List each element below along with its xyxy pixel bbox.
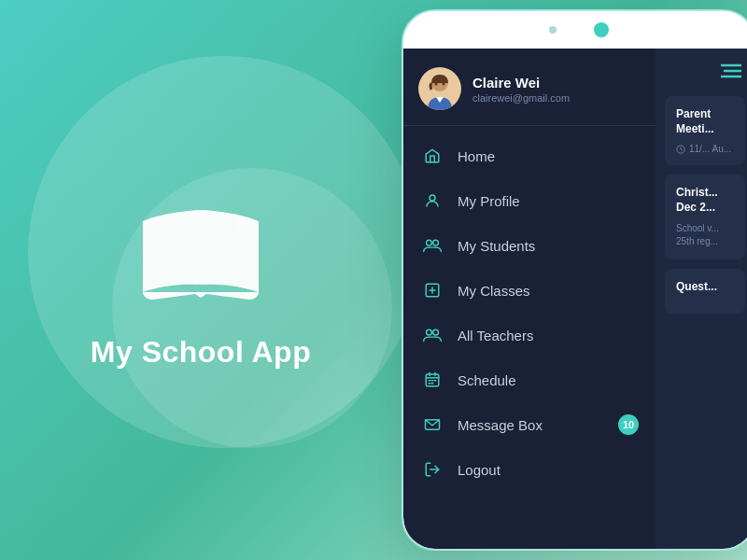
- event-card-3: Quest...: [665, 269, 745, 314]
- event-card-1: ParentMeeti... 11/... Au...: [665, 96, 745, 165]
- nav-item-message-box[interactable]: Message Box 10: [403, 402, 655, 447]
- app-title: My School App: [91, 335, 311, 370]
- envelope-icon: [422, 414, 443, 435]
- svg-rect-0: [198, 210, 204, 285]
- nav-label-all-teachers: All Teachers: [458, 328, 533, 343]
- user-header: Claire Wei clairewei@gmail.com: [403, 49, 655, 126]
- hamburger-icon[interactable]: [721, 63, 741, 81]
- right-header: [655, 49, 747, 96]
- nav-label-logout: Logout: [458, 462, 500, 478]
- nav-label-my-profile: My Profile: [458, 193, 520, 209]
- phone-inner: Claire Wei clairewei@gmail.com Home: [403, 49, 747, 549]
- phone-top-bar: [403, 11, 747, 49]
- right-panel: ParentMeeti... 11/... Au... Christ...Dec…: [655, 49, 747, 549]
- nav-label-home: Home: [458, 148, 495, 164]
- event-title-3: Quest...: [676, 280, 734, 295]
- phone-frame: Claire Wei clairewei@gmail.com Home: [402, 9, 747, 551]
- user-name: Claire Wei: [472, 75, 641, 91]
- home-icon: [422, 146, 443, 166]
- nav-item-my-students[interactable]: My Students: [403, 223, 655, 268]
- svg-point-6: [433, 240, 439, 245]
- nav-label-schedule: Schedule: [458, 372, 516, 388]
- event-title-2: Christ...Dec 2...: [676, 186, 734, 215]
- nav-item-all-teachers[interactable]: All Teachers: [403, 313, 655, 357]
- nav-label-my-students: My Students: [458, 238, 535, 254]
- svg-point-2: [435, 83, 438, 86]
- phone-dot-large: [594, 22, 609, 37]
- students-icon: [422, 235, 443, 256]
- nav-item-schedule[interactable]: Schedule: [403, 357, 655, 402]
- event-title-1: ParentMeeti...: [676, 107, 734, 136]
- svg-point-10: [427, 329, 432, 335]
- svg-point-3: [443, 83, 445, 86]
- user-info: Claire Wei clairewei@gmail.com: [472, 75, 641, 104]
- nav-item-logout[interactable]: Logout: [403, 447, 655, 492]
- person-icon: [422, 190, 443, 211]
- user-email: clairewei@gmail.com: [472, 92, 641, 104]
- svg-point-11: [433, 329, 439, 335]
- nav-item-my-profile[interactable]: My Profile: [403, 178, 655, 223]
- nav-list: Home My Profile: [403, 126, 655, 499]
- avatar: [418, 67, 461, 110]
- sidebar: Claire Wei clairewei@gmail.com Home: [403, 49, 655, 549]
- svg-point-5: [427, 240, 432, 245]
- svg-point-4: [430, 195, 435, 201]
- classes-icon: [422, 280, 443, 301]
- teachers-icon: [422, 325, 443, 345]
- phone-dot-small: [549, 26, 557, 34]
- nav-item-my-classes[interactable]: My Classes: [403, 268, 655, 313]
- logout-icon: [422, 459, 443, 480]
- schedule-icon: [422, 370, 443, 390]
- book-icon: [126, 191, 275, 313]
- event-desc-2: School v...25th reg...: [676, 222, 734, 248]
- branding-section: My School App: [0, 0, 402, 560]
- event-time-1: 11/... Au...: [676, 144, 734, 154]
- nav-label-my-classes: My Classes: [458, 283, 530, 299]
- event-card-2: Christ...Dec 2... School v...25th reg...: [665, 175, 745, 259]
- message-badge: 10: [618, 414, 639, 435]
- nav-item-home[interactable]: Home: [403, 133, 655, 178]
- nav-label-message-box: Message Box: [458, 417, 543, 433]
